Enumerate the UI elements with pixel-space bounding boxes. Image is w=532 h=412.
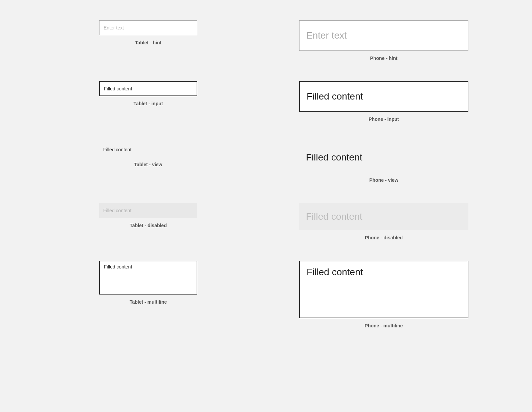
phone-disabled-label: Phone - disabled [365,235,403,240]
tablet-input-label: Tablet - input [134,101,163,106]
tablet-multiline-value: Filled content [104,264,132,269]
tablet-multiline-label: Tablet - multiline [130,299,167,305]
row-view: Filled content Tablet - view Filled cont… [41,132,491,193]
tablet-filled-value: Filled content [104,86,132,91]
phone-disabled-value: Filled content [306,211,362,222]
page-container: Enter text Tablet - hint Enter text Phon… [0,0,532,349]
row-multiline: Filled content Tablet - multiline Filled… [41,251,491,339]
tablet-view-label: Tablet - view [134,162,162,167]
phone-multiline-label: Phone - multiline [365,323,403,328]
row-hint: Enter text Tablet - hint Enter text Phon… [41,10,491,71]
phone-filled-value: Filled content [307,91,363,102]
tablet-disabled-value: Filled content [103,208,131,213]
phone-filled-input[interactable]: Filled content [299,81,468,112]
phone-hint-cell: Enter text Phone - hint [276,20,491,61]
tablet-hint-label: Tablet - hint [135,40,161,45]
tablet-filled-input[interactable]: Filled content [99,81,197,96]
tablet-disabled-label: Tablet - disabled [130,223,167,228]
row-input: Filled content Tablet - input Filled con… [41,71,491,132]
tablet-disabled-cell: Filled content Tablet - disabled [41,203,256,228]
phone-multiline-input[interactable]: Filled content [299,261,468,318]
phone-view-cell: Filled content Phone - view [276,142,491,183]
tablet-view-value: Filled content [103,147,131,152]
tablet-multiline-input[interactable]: Filled content [99,261,197,295]
phone-disabled-cell: Filled content Phone - disabled [276,203,491,240]
tablet-hint-placeholder: Enter text [104,25,124,30]
phone-hint-placeholder: Enter text [306,30,347,41]
phone-hint-label: Phone - hint [370,56,398,61]
phone-multiline-value: Filled content [307,267,363,278]
phone-view-label: Phone - view [369,177,398,183]
tablet-hint-input[interactable]: Enter text [99,20,197,35]
phone-multiline-cell: Filled content Phone - multiline [276,261,491,328]
phone-disabled-input: Filled content [299,203,468,230]
tablet-hint-cell: Enter text Tablet - hint [41,20,256,45]
phone-input-cell: Filled content Phone - input [276,81,491,122]
tablet-view-cell: Filled content Tablet - view [41,142,256,167]
phone-view-input: Filled content [299,142,468,173]
tablet-disabled-input: Filled content [99,203,197,218]
phone-input-label: Phone - input [369,116,399,122]
tablet-multiline-cell: Filled content Tablet - multiline [41,261,256,305]
phone-view-value: Filled content [306,152,362,163]
row-disabled: Filled content Tablet - disabled Filled … [41,193,491,251]
tablet-view-input: Filled content [99,142,197,157]
phone-hint-input[interactable]: Enter text [299,20,468,51]
tablet-input-cell: Filled content Tablet - input [41,81,256,106]
